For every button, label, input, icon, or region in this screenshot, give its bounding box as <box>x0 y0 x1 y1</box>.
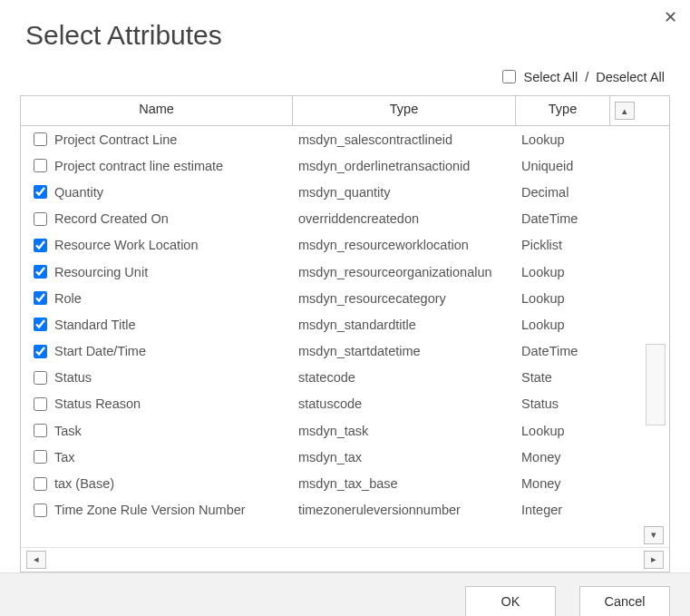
select-all-label[interactable]: Select All <box>523 70 578 84</box>
row-type2: Money <box>516 450 610 464</box>
table-row[interactable]: Quantitymsdyn_quantityDecimal <box>21 179 669 205</box>
row-type1: msdyn_resourceorganizationalun <box>293 265 516 279</box>
row-type2: Status <box>516 396 610 411</box>
table-row[interactable]: StatusstatecodeState <box>21 365 669 391</box>
row-name-label: Role <box>54 291 82 306</box>
row-checkbox[interactable] <box>34 318 47 331</box>
table-row[interactable]: Taskmsdyn_taskLookup <box>21 417 669 444</box>
row-name-label: Standard Title <box>54 318 135 332</box>
row-name-label: Task <box>54 424 82 438</box>
row-checkbox[interactable] <box>34 212 47 226</box>
row-type2: Decimal <box>516 185 610 200</box>
row-name-label: Resource Work Location <box>54 238 199 252</box>
row-checkbox[interactable] <box>34 450 47 464</box>
scroll-down-icon[interactable]: ▾ <box>644 526 664 544</box>
row-type2: Uniqueid <box>516 159 610 173</box>
row-type1: msdyn_startdatetime <box>293 344 516 358</box>
row-type2: DateTime <box>516 344 610 358</box>
table-row[interactable]: Taxmsdyn_taxMoney <box>21 444 669 470</box>
horizontal-scrollbar: ◂ ▸ <box>21 547 669 572</box>
row-type2: Lookup <box>516 132 610 147</box>
row-checkbox[interactable] <box>34 424 47 437</box>
row-checkbox[interactable] <box>34 239 47 252</box>
row-type2: Lookup <box>516 291 610 306</box>
dialog-title: Select Attributes <box>0 0 690 64</box>
scroll-right-icon[interactable]: ▸ <box>644 551 664 569</box>
row-checkbox[interactable] <box>34 504 47 517</box>
row-name-label: Status Reason <box>54 396 141 411</box>
row-name-label: Resourcing Unit <box>54 265 148 279</box>
row-type1: msdyn_salescontractlineid <box>293 132 516 147</box>
table-row[interactable]: Status ReasonstatuscodeStatus <box>21 391 669 417</box>
table-row[interactable]: Resourcing Unitmsdyn_resourceorganizatio… <box>21 259 669 285</box>
row-checkbox[interactable] <box>34 159 47 172</box>
scroll-down-area: ▾ <box>21 523 669 547</box>
row-name-label: Tax <box>54 450 75 464</box>
cancel-button[interactable]: Cancel <box>579 586 670 616</box>
row-type2: State <box>516 370 610 385</box>
scroll-up-icon[interactable]: ▴ <box>615 102 635 120</box>
row-type1: overriddencreatedon <box>293 211 516 226</box>
row-type1: msdyn_orderlinetransactionid <box>293 159 516 173</box>
row-type2: Lookup <box>516 318 610 332</box>
scrollbar-thumb[interactable] <box>646 344 666 425</box>
row-name-label: Status <box>54 370 92 385</box>
scroll-left-icon[interactable]: ◂ <box>26 551 46 569</box>
row-type2: Lookup <box>516 265 610 279</box>
dialog-footer: OK Cancel <box>0 572 690 616</box>
select-all-bar: Select All / Deselect All <box>0 64 690 95</box>
table-row[interactable]: tax (Base)msdyn_tax_baseMoney <box>21 470 669 496</box>
grid-header: Name Type Type ▴ <box>21 96 669 126</box>
row-type2: DateTime <box>516 211 610 226</box>
select-all-separator: / <box>581 70 592 84</box>
column-header-name[interactable]: Name <box>21 96 293 125</box>
row-type1: timezoneruleversionnumber <box>293 503 516 517</box>
row-name-label: Record Created On <box>54 211 169 226</box>
row-checkbox[interactable] <box>34 345 47 358</box>
select-all-checkbox[interactable] <box>502 70 516 83</box>
deselect-all-label[interactable]: Deselect All <box>596 70 665 84</box>
row-type2: Picklist <box>516 238 610 252</box>
row-checkbox[interactable] <box>34 291 47 305</box>
table-row[interactable]: Project Contract Linemsdyn_salescontract… <box>21 126 669 152</box>
ok-button[interactable]: OK <box>465 586 556 616</box>
row-name-label: Time Zone Rule Version Number <box>54 503 246 517</box>
table-row[interactable]: Project contract line estimatemsdyn_orde… <box>21 152 669 179</box>
attributes-grid: Name Type Type ▴ Project Contract Linems… <box>20 95 670 572</box>
row-type1: msdyn_resourceworklocation <box>293 238 516 252</box>
row-type2: Money <box>516 476 610 491</box>
row-name-label: Quantity <box>54 185 103 200</box>
close-icon[interactable]: ✕ <box>664 7 677 27</box>
row-checkbox[interactable] <box>34 185 47 199</box>
table-row[interactable]: Time Zone Rule Version Numbertimezonerul… <box>21 497 669 523</box>
row-type1: statuscode <box>293 396 516 411</box>
select-attributes-dialog: ✕ Select Attributes Select All / Deselec… <box>0 0 690 616</box>
table-row[interactable]: Standard Titlemsdyn_standardtitleLookup <box>21 311 669 337</box>
row-name-label: tax (Base) <box>54 476 114 491</box>
row-type1: msdyn_resourcecategory <box>293 291 516 306</box>
row-type1: msdyn_standardtitle <box>293 318 516 332</box>
column-header-type2[interactable]: Type <box>516 96 610 125</box>
row-name-label: Project contract line estimate <box>54 159 223 173</box>
table-row[interactable]: Rolemsdyn_resourcecategoryLookup <box>21 285 669 311</box>
row-name-label: Start Date/Time <box>54 344 146 358</box>
table-row[interactable]: Record Created OnoverriddencreatedonDate… <box>21 206 669 232</box>
grid-body: Project Contract Linemsdyn_salescontract… <box>21 126 669 523</box>
row-type1: msdyn_tax_base <box>293 476 516 491</box>
row-checkbox[interactable] <box>34 477 47 491</box>
row-type1: statecode <box>293 370 516 385</box>
row-type2: Lookup <box>516 424 610 438</box>
row-checkbox[interactable] <box>34 397 47 411</box>
row-type1: msdyn_task <box>293 424 516 438</box>
row-checkbox[interactable] <box>34 265 47 279</box>
column-header-type1[interactable]: Type <box>293 96 516 125</box>
row-checkbox[interactable] <box>34 371 47 385</box>
row-name-label: Project Contract Line <box>54 132 177 147</box>
table-row[interactable]: Start Date/Timemsdyn_startdatetimeDateTi… <box>21 338 669 365</box>
row-checkbox[interactable] <box>34 132 47 146</box>
row-type1: msdyn_tax <box>293 450 516 464</box>
row-type2: Integer <box>516 503 610 517</box>
table-row[interactable]: Resource Work Locationmsdyn_resourcework… <box>21 232 669 259</box>
row-type1: msdyn_quantity <box>293 185 516 200</box>
